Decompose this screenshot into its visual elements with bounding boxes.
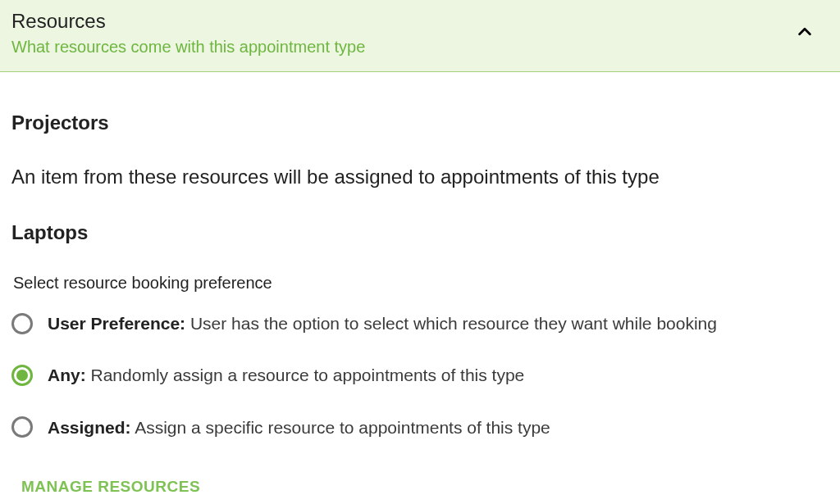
content: Projectors An item from these resources … (0, 111, 840, 496)
pref-label: Select resource booking preference (13, 274, 829, 293)
option-desc: Randomly assign a resource to appointmen… (86, 366, 525, 384)
option-text: User Preference: User has the option to … (48, 312, 717, 334)
option-any[interactable]: Any: Randomly assign a resource to appoi… (11, 364, 829, 386)
option-desc: User has the option to select which reso… (185, 314, 717, 333)
header-subtitle: What resources come with this appointmen… (11, 38, 365, 57)
section-heading-projectors: Projectors (11, 111, 829, 134)
option-user-preference[interactable]: User Preference: User has the option to … (11, 312, 829, 334)
radio-assigned[interactable] (11, 416, 33, 438)
section-desc-projectors: An item from these resources will be ass… (11, 166, 829, 188)
option-label: User Preference: (48, 314, 185, 333)
header-text: Resources What resources come with this … (11, 10, 365, 57)
option-label: Assigned: (48, 418, 131, 437)
section-heading-laptops: Laptops (11, 221, 829, 244)
chevron-up-icon[interactable] (796, 23, 814, 44)
radio-dot (16, 370, 28, 381)
resources-header[interactable]: Resources What resources come with this … (0, 0, 840, 72)
option-label: Any: (48, 366, 86, 384)
option-assigned[interactable]: Assigned: Assign a specific resource to … (11, 416, 829, 438)
radio-user-preference[interactable] (11, 313, 33, 334)
option-text: Assigned: Assign a specific resource to … (48, 416, 550, 438)
options-group: User Preference: User has the option to … (11, 312, 829, 438)
option-text: Any: Randomly assign a resource to appoi… (48, 364, 524, 386)
radio-any[interactable] (11, 365, 33, 386)
option-desc: Assign a specific resource to appointmen… (131, 418, 550, 437)
header-title: Resources (11, 10, 365, 33)
manage-resources-link[interactable]: MANAGE RESOURCES (21, 478, 200, 496)
